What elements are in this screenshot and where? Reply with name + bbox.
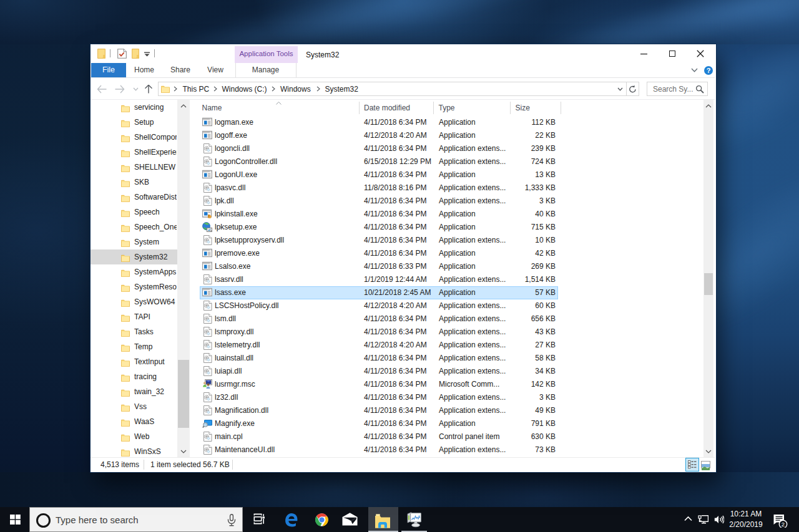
svg-text:2: 2 [782,521,785,528]
